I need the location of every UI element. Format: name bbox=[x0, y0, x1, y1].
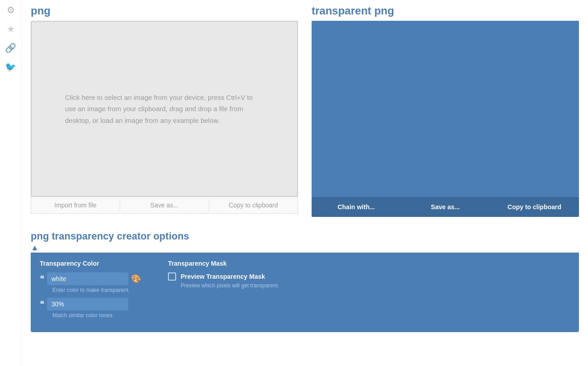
options-title: png transparency creator options bbox=[31, 230, 579, 242]
left-panel: png Click here to select an image from y… bbox=[31, 5, 298, 214]
color-input-field[interactable] bbox=[47, 272, 128, 285]
left-toolbar: Import from file Save as... Copy to clip… bbox=[31, 197, 298, 214]
upload-area[interactable]: Click here to select an image from your … bbox=[31, 21, 298, 197]
color-input-row: ❝ 🎨 bbox=[40, 272, 141, 285]
transparency-color-col: Transparency Color ❝ 🎨 Enter color to ma… bbox=[40, 260, 141, 323]
transparency-color-label: Transparency Color bbox=[40, 260, 141, 267]
options-section: png transparency creator options ▲ Trans… bbox=[31, 230, 579, 332]
upload-area-text: Click here to select an image from your … bbox=[56, 83, 273, 136]
preview-mask-label[interactable]: Preview Transparency Mask bbox=[181, 273, 265, 280]
twitter-icon[interactable]: 🐦 bbox=[5, 61, 16, 72]
copy-to-clipboard-button-left[interactable]: Copy to clipboard bbox=[209, 197, 298, 213]
gear-icon[interactable]: ⚙ bbox=[7, 5, 15, 15]
palette-icon[interactable]: 🎨 bbox=[131, 274, 141, 284]
link-icon[interactable]: 🔗 bbox=[5, 42, 16, 53]
tolerance-helper-text: Match similar color tones. bbox=[52, 312, 141, 319]
sidebar: ⚙ ★ 🔗 🐦 bbox=[0, 0, 22, 366]
preview-mask-checkbox[interactable] bbox=[168, 272, 176, 281]
top-row: png Click here to select an image from y… bbox=[31, 5, 579, 217]
import-from-file-button[interactable]: Import from file bbox=[31, 197, 120, 213]
quote-icon-tolerance: ❝ bbox=[40, 299, 44, 309]
main-content: png Click here to select an image from y… bbox=[22, 0, 588, 341]
transparency-mask-col: Transparency Mask Preview Transparency M… bbox=[168, 260, 570, 323]
options-panel: Transparency Color ❝ 🎨 Enter color to ma… bbox=[31, 253, 579, 332]
quote-icon-color: ❝ bbox=[40, 274, 44, 284]
transparency-mask-label: Transparency Mask bbox=[168, 260, 570, 267]
star-icon[interactable]: ★ bbox=[7, 23, 15, 34]
right-toolbar: Chain with... Save as... Copy to clipboa… bbox=[312, 197, 579, 217]
right-panel: transparent png Chain with... Save as...… bbox=[312, 5, 579, 217]
preview-mask-row: Preview Transparency Mask bbox=[168, 272, 570, 281]
right-panel-title: transparent png bbox=[312, 5, 579, 17]
save-as-button-left[interactable]: Save as... bbox=[120, 197, 209, 213]
left-panel-title: png bbox=[31, 5, 298, 17]
chain-with-button[interactable]: Chain with... bbox=[312, 197, 401, 217]
options-arrow: ▲ bbox=[31, 243, 579, 253]
preview-mask-helper: Preview which pixels will get transparen… bbox=[181, 282, 570, 289]
copy-to-clipboard-button-right[interactable]: Copy to clipboard bbox=[490, 197, 579, 217]
color-helper-text: Enter color to make transparent. bbox=[52, 287, 141, 293]
tolerance-row: ❝ bbox=[40, 298, 141, 310]
save-as-button-right[interactable]: Save as... bbox=[401, 197, 490, 217]
output-area bbox=[312, 21, 579, 197]
tolerance-input-field[interactable] bbox=[47, 298, 128, 310]
